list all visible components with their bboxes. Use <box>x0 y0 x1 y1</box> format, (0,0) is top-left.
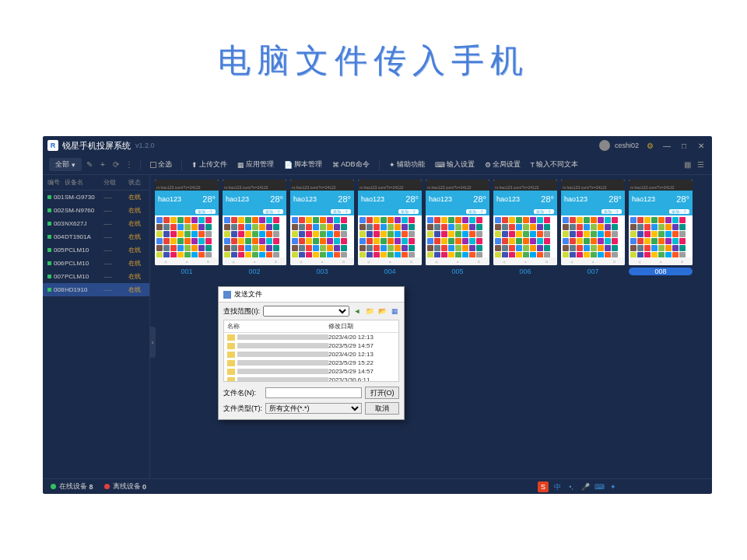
upload-button[interactable]: ⬆上传文件 <box>188 158 231 171</box>
app-manager-button[interactable]: ▦应用管理 <box>233 158 278 171</box>
filename-label: 文件名(N): <box>223 388 262 398</box>
file-row[interactable]: 2023/4/20 12:13 <box>224 333 398 341</box>
device-sidebar: 编号 设备名 分组 状态 001SM-G9730----在线002SM-N976… <box>43 175 150 478</box>
device-thumbnail[interactable]: m.hao123.com/?z=24122hao12328°添加一个◁○□007 <box>561 180 625 275</box>
app-title: 锐星手机投屏系统 <box>62 140 131 152</box>
device-row[interactable]: 004DT1901A----在线 <box>43 230 149 243</box>
input-settings-button[interactable]: ⌨输入设置 <box>431 158 479 171</box>
file-list[interactable]: 名称修改日期 2023/4/20 12:132023/5/29 14:57202… <box>223 320 399 382</box>
app-logo-icon: R <box>47 140 58 151</box>
grid-view-icon[interactable]: ▦ <box>682 159 693 170</box>
ime-mic-icon[interactable]: 🎤 <box>580 481 591 492</box>
lookin-dropdown[interactable] <box>263 306 349 317</box>
device-row[interactable]: 002SM-N9760----在线 <box>43 204 149 217</box>
toolbar: 全部 ▾ ✎ + ⟳ ⋮ 全选 ⬆上传文件 ▦应用管理 📄脚本管理 ⌘ADB命令… <box>43 155 712 175</box>
device-thumbnail[interactable]: m.hao123.com/?z=24122hao12328°添加一个◁○□004 <box>358 180 422 275</box>
script-manager-button[interactable]: 📄脚本管理 <box>280 158 326 171</box>
sidebar-collapse-handle[interactable]: ‹ <box>149 327 156 358</box>
device-row[interactable]: 006PCLM10----在线 <box>43 257 149 270</box>
device-row[interactable]: 008HD1910----在线 <box>43 283 149 296</box>
device-thumbnail[interactable]: m.hao123.com/?z=24122hao12328°添加一个◁○□002 <box>223 180 286 275</box>
device-thumbnail[interactable]: m.hao123.com/?z=24122hao12328°添加一个◁○□005 <box>426 180 489 275</box>
file-row[interactable]: 2023/3/30 6:11 <box>224 376 398 382</box>
file-row[interactable]: 2023/5/29 14:57 <box>224 367 398 376</box>
dialog-icon <box>223 291 231 299</box>
ime-punct-icon[interactable]: •, <box>566 481 577 492</box>
open-button[interactable]: 打开(O) <box>365 387 399 399</box>
device-row[interactable]: 001SM-G9730----在线 <box>43 191 149 204</box>
filter-dropdown[interactable]: 全部 ▾ <box>49 158 82 171</box>
dialog-titlebar: 发送文件 <box>219 287 404 303</box>
adb-button[interactable]: ⌘ADB命令 <box>328 158 374 171</box>
close-button[interactable]: ✕ <box>695 139 707 152</box>
app-version: v1.2.0 <box>135 142 155 149</box>
titlebar: R 锐星手机投屏系统 v1.2.0 ceshi02 ⚙ — □ ✕ <box>43 136 712 155</box>
ime-toolbar: S 中 •, 🎤 ⌨ ✦ <box>538 481 619 492</box>
device-thumbnail[interactable]: m.hao123.com/?z=24122hao12328°添加一个◁○□008 <box>629 180 693 275</box>
text-input-button[interactable]: T输入不同文本 <box>527 158 583 171</box>
aux-button[interactable]: ✦辅助功能 <box>385 158 429 171</box>
global-settings-button[interactable]: ⚙全局设置 <box>481 158 524 171</box>
device-list-header: 编号 设备名 分组 状态 <box>43 175 149 191</box>
device-row[interactable]: 007PCLM10----在线 <box>43 270 149 283</box>
refresh-icon[interactable]: ⟳ <box>110 159 121 170</box>
select-all-checkbox[interactable]: 全选 <box>146 158 176 171</box>
new-folder-icon[interactable]: 📂 <box>377 306 387 316</box>
ime-mode[interactable]: 中 <box>552 481 563 492</box>
lookin-label: 查找范围(I): <box>223 306 260 317</box>
username: ceshi02 <box>615 142 639 149</box>
cancel-button[interactable]: 取消 <box>365 402 399 415</box>
ime-logo-icon[interactable]: S <box>538 481 549 492</box>
list-view-icon[interactable]: ☰ <box>695 159 706 170</box>
file-open-dialog: 发送文件 查找范围(I): ◄ 📁 📂 ▦ 名称修改日期 2023/4/20 1… <box>218 286 405 420</box>
page-heading: 电脑文件传入手机 <box>0 0 747 106</box>
ime-settings-icon[interactable]: ✦ <box>608 481 619 492</box>
file-row[interactable]: 2023/5/29 15:22 <box>224 359 398 367</box>
ime-keyboard-icon[interactable]: ⌨ <box>594 481 605 492</box>
avatar[interactable] <box>599 140 610 151</box>
device-thumbnail[interactable]: m.hao123.com/?z=24122hao12328°添加一个◁○□001 <box>155 180 219 275</box>
device-row[interactable]: 003NX627J----在线 <box>43 217 149 230</box>
device-grid-area: m.hao123.com/?z=24122hao12328°添加一个◁○□001… <box>150 175 712 478</box>
file-row[interactable]: 2023/4/20 12:13 <box>224 350 398 359</box>
plus-icon[interactable]: + <box>97 159 108 170</box>
minimize-button[interactable]: — <box>661 139 673 152</box>
device-thumbnail[interactable]: m.hao123.com/?z=24122hao12328°添加一个◁○□003 <box>290 180 354 275</box>
app-window: R 锐星手机投屏系统 v1.2.0 ceshi02 ⚙ — □ ✕ 全部 ▾ ✎… <box>43 136 712 494</box>
filename-input[interactable] <box>265 387 362 398</box>
chevron-down-icon: ▾ <box>72 161 75 169</box>
view-menu-icon[interactable]: ▦ <box>390 306 399 316</box>
back-icon[interactable]: ◄ <box>352 306 362 316</box>
filetype-label: 文件类型(T): <box>223 404 262 414</box>
device-row[interactable]: 005PCLM10----在线 <box>43 243 149 257</box>
edit-icon[interactable]: ✎ <box>84 159 95 170</box>
filetype-dropdown[interactable]: 所有文件(*.*) <box>265 403 362 414</box>
offline-dot-icon <box>104 484 110 489</box>
gear-icon[interactable]: ⚙ <box>644 139 656 152</box>
wifi-icon[interactable]: ⋮ <box>124 159 135 170</box>
device-thumbnail[interactable]: m.hao123.com/?z=24122hao12328°添加一个◁○□006 <box>493 180 557 275</box>
maximize-button[interactable]: □ <box>678 139 690 152</box>
file-row[interactable]: 2023/5/29 14:57 <box>224 341 398 350</box>
up-folder-icon[interactable]: 📁 <box>365 306 374 316</box>
online-dot-icon <box>51 484 56 489</box>
statusbar: 在线设备 8 离线设备 0 S 中 •, 🎤 ⌨ ✦ <box>43 478 712 494</box>
